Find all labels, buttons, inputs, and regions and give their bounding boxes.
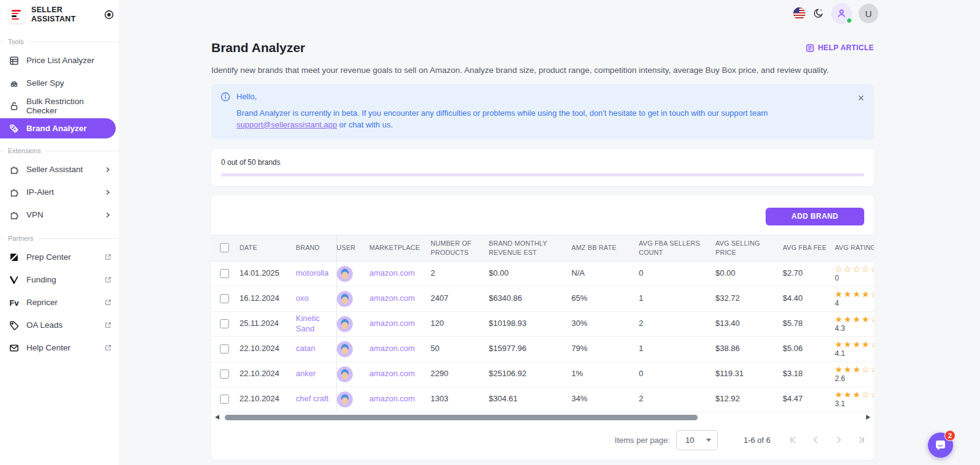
sidebar-item-vpn[interactable]: VPN: [0, 203, 119, 226]
puzzle-icon: [9, 164, 20, 175]
support-email-link[interactable]: support@sellerassistant.app: [236, 120, 337, 129]
row-checkbox[interactable]: [220, 344, 229, 353]
sidebar-item-repricer[interactable]: Fv Repricer: [0, 291, 119, 314]
cell-revenue: $6340.86: [489, 286, 571, 311]
rating-value: 3.1: [835, 399, 874, 409]
row-checkbox[interactable]: [220, 369, 229, 379]
rating-value: 4.1: [835, 349, 874, 358]
app-name: SELLERASSISTANT: [31, 6, 76, 24]
chat-launcher[interactable]: 2: [928, 433, 953, 458]
marketplace-link[interactable]: amazon.com: [369, 394, 415, 403]
items-per-page-select[interactable]: 10: [676, 430, 718, 450]
sidebar-item-seller-assistant-ext[interactable]: Seller Assistant: [0, 158, 119, 181]
cell-rating: ★★★☆☆ 3.1: [835, 387, 874, 412]
help-article-label: HELP ARTICLE: [818, 43, 874, 52]
scroll-right-arrow[interactable]: [866, 415, 870, 420]
sidebar-item-label: Seller Assistant: [26, 165, 83, 174]
cell-date: 14.01.2025: [239, 261, 296, 286]
next-page-button[interactable]: [832, 433, 845, 447]
col-brand-monthly-revenue: BRAND MONTHLY REVENUE EST: [489, 235, 571, 261]
price-list-icon: [9, 55, 20, 66]
account-status-button[interactable]: [831, 3, 852, 24]
help-article-link[interactable]: HELP ARTICLE: [805, 43, 874, 53]
cell-fba-fee: $4.47: [783, 387, 835, 412]
col-avg-selling-price: AVG SELLING PRICE: [715, 235, 783, 261]
first-page-button[interactable]: [786, 433, 800, 447]
cell-fba-fee: $2.70: [783, 261, 835, 286]
cell-date: 16.12.2024: [239, 286, 296, 311]
dark-mode-icon[interactable]: [812, 7, 824, 20]
banner-message: Brand Analyzer is currently in beta. If …: [236, 108, 863, 131]
row-checkbox[interactable]: [220, 319, 229, 328]
previous-page-button[interactable]: [809, 433, 823, 447]
chevron-down-icon: [706, 439, 711, 442]
rating-value: 4: [835, 299, 874, 308]
table-row: 14.01.2025 motorolla amazon.com 2 $0.00 …: [211, 261, 874, 286]
last-page-button[interactable]: [854, 433, 868, 447]
close-icon[interactable]: ×: [858, 90, 864, 106]
table-row: 25.11.2024 Kinetic Sand amazon.com 120 $…: [211, 311, 874, 336]
user-avatar-icon: [337, 291, 353, 307]
sidebar-item-funding[interactable]: Funding: [0, 268, 119, 291]
cell-fba-sellers: 1: [639, 286, 715, 311]
sidebar-item-price-list-analyzer[interactable]: Price List Analyzer: [0, 49, 119, 72]
table-row: 22.10.2024 anker amazon.com 2290 $25106.…: [211, 361, 874, 387]
row-checkbox[interactable]: [220, 395, 229, 404]
sidebar-item-label: Price List Analyzer: [26, 56, 94, 65]
sidebar-item-oa-leads[interactable]: OA Leads: [0, 314, 119, 336]
prep-center-icon: [9, 252, 20, 263]
sidebar-item-label: Bulk Restriction Checker: [26, 97, 112, 115]
brand-link[interactable]: anker: [296, 369, 316, 378]
sidebar-item-ip-alert[interactable]: IP-Alert: [0, 181, 119, 203]
marketplace-link[interactable]: amazon.com: [369, 268, 415, 278]
language-flag-icon[interactable]: [793, 7, 805, 20]
cell-fba-fee: $5.06: [783, 336, 835, 361]
topbar: U: [793, 3, 878, 24]
app-logo-icon: [9, 7, 25, 23]
marketplace-link[interactable]: amazon.com: [369, 319, 415, 328]
cell-fba-sellers: 2: [639, 387, 715, 412]
section-label-partners: Partners: [0, 235, 119, 242]
col-brand: BRAND: [296, 235, 336, 261]
cell-products: 2407: [431, 286, 489, 311]
col-number-of-products: NUMBER OF PRODUCTS: [431, 235, 489, 261]
brand-link[interactable]: chef craft: [296, 394, 328, 403]
spy-icon: [9, 78, 20, 89]
add-brand-button[interactable]: ADD BRAND: [766, 208, 864, 225]
sidebar-collapse-icon[interactable]: [104, 9, 115, 20]
chevron-right-icon: [104, 188, 112, 197]
select-all-checkbox[interactable]: [220, 243, 229, 252]
sidebar-item-brand-analyzer[interactable]: Brand Analyzer: [0, 118, 116, 138]
brand-link[interactable]: catan: [296, 344, 315, 353]
page-description: Identify new brands that meet your reven…: [211, 66, 874, 75]
sidebar-item-bulk-restriction-checker[interactable]: Bulk Restriction Checker: [0, 94, 119, 117]
marketplace-link[interactable]: amazon.com: [369, 369, 415, 378]
scrollbar-thumb[interactable]: [225, 415, 698, 420]
scroll-left-arrow[interactable]: [215, 415, 219, 420]
star-rating: ★★★☆☆: [835, 390, 874, 401]
pagination: Items per page: 10 1-6 of 6: [211, 422, 874, 454]
section-label-extensions: Extensions: [0, 147, 119, 154]
marketplace-link[interactable]: amazon.com: [369, 293, 415, 303]
external-link-icon: [104, 321, 112, 329]
table-header-row: DATE BRAND USER MARKETPLACE NUMBER OF PR…: [211, 235, 874, 261]
sidebar-item-prep-center[interactable]: Prep Center: [0, 246, 119, 268]
cell-fba-sellers: 1: [639, 336, 715, 361]
marketplace-link[interactable]: amazon.com: [369, 344, 415, 353]
sidebar-item-help-center[interactable]: Help Center: [0, 336, 119, 359]
table-row: 16.12.2024 oxo amazon.com 2407 $6340.86 …: [211, 286, 874, 311]
cell-bb-rate: 34%: [571, 387, 639, 412]
brand-link[interactable]: oxo: [296, 293, 309, 303]
external-link-icon: [104, 298, 112, 306]
row-checkbox[interactable]: [220, 294, 229, 303]
info-icon: [221, 92, 230, 102]
sidebar-item-seller-spy[interactable]: Seller Spy: [0, 72, 119, 94]
brand-link[interactable]: Kinetic Sand: [296, 314, 320, 333]
sidebar-item-label: OA Leads: [26, 320, 62, 330]
cell-products: 120: [431, 311, 489, 336]
row-checkbox[interactable]: [220, 269, 229, 278]
brand-link[interactable]: motorolla: [296, 268, 328, 278]
cell-bb-rate: 79%: [571, 336, 639, 361]
user-avatar[interactable]: U: [859, 4, 878, 23]
person-icon: [835, 7, 848, 20]
